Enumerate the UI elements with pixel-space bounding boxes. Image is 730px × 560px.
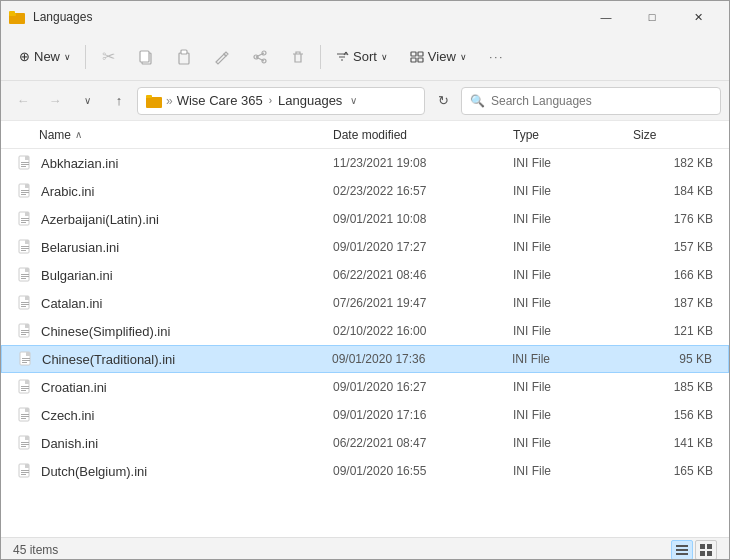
file-date-cell: 09/01/2020 16:55 [333,464,513,478]
svg-rect-52 [26,352,30,356]
path-wise-care[interactable]: Wise Care 365 [177,93,263,108]
new-chevron-icon: ∨ [64,52,71,62]
file-name-text: Danish.ini [41,436,98,451]
delete-icon [290,49,306,65]
up-button[interactable]: ↑ [105,87,133,115]
file-size-cell: 121 KB [633,324,713,338]
refresh-button[interactable]: ↻ [429,87,457,115]
table-row[interactable]: Arabic.ini 02/23/2022 16:57 INI File 184… [1,177,729,205]
paste-icon [176,49,192,65]
share-button[interactable] [242,39,278,75]
svg-rect-59 [21,388,29,389]
table-row[interactable]: Danish.ini 06/22/2021 08:47 INI File 141… [1,429,729,457]
more-button[interactable]: ··· [479,39,515,75]
table-row[interactable]: Azerbaijani(Latin).ini 09/01/2021 10:08 … [1,205,729,233]
svg-rect-58 [21,386,29,387]
table-row[interactable]: Czech.ini 09/01/2020 17:16 INI File 156 … [1,401,729,429]
back-button[interactable]: ← [9,87,37,115]
search-input[interactable] [491,94,712,108]
svg-rect-30 [21,222,26,223]
delete-button[interactable] [280,39,316,75]
ini-file-icon [17,295,33,311]
forward-button[interactable]: → [41,87,69,115]
file-name-text: Bulgarian.ini [41,268,113,283]
file-list[interactable]: Abkhazian.ini 11/23/2021 19:08 INI File … [1,149,729,537]
maximize-button[interactable]: □ [629,1,675,33]
file-size-cell: 157 KB [633,240,713,254]
table-row[interactable]: Abkhazian.ini 11/23/2021 19:08 INI File … [1,149,729,177]
path-dropdown-icon[interactable]: ∨ [350,95,357,106]
file-type-cell: INI File [512,352,632,366]
svg-rect-28 [21,218,29,219]
path-folder-icon [146,93,162,109]
file-name-cell: Belarusian.ini [17,239,333,255]
svg-rect-32 [25,240,29,244]
sort-asc-icon: ∧ [75,129,82,140]
file-name-text: Abkhazian.ini [41,156,118,171]
search-box[interactable]: 🔍 [461,87,721,115]
file-date-cell: 02/23/2022 16:57 [333,184,513,198]
col-header-size[interactable]: Size [633,128,713,142]
svg-rect-20 [21,166,26,167]
table-row[interactable]: Chinese(Simplified).ini 02/10/2022 16:00… [1,317,729,345]
file-header: Name ∧ Date modified Type Size [1,121,729,149]
minimize-button[interactable]: — [583,1,629,33]
title-bar-controls: — □ ✕ [583,1,721,33]
share-icon [252,49,268,65]
file-type-cell: INI File [513,156,633,170]
file-type-cell: INI File [513,380,633,394]
table-row[interactable]: Croatian.ini 09/01/2020 16:27 INI File 1… [1,373,729,401]
copy-icon [138,49,154,65]
status-bar: 45 items [1,537,729,560]
svg-rect-35 [21,250,26,251]
file-size-cell: 187 KB [633,296,713,310]
view-button[interactable]: View ∨ [400,39,477,75]
svg-rect-74 [21,472,29,473]
details-view-button[interactable] [671,540,693,560]
col-header-type[interactable]: Type [513,128,633,142]
recent-button[interactable]: ∨ [73,87,101,115]
col-header-name[interactable]: Name ∧ [17,128,333,142]
file-size-cell: 184 KB [633,184,713,198]
table-row[interactable]: Bulgarian.ini 06/22/2021 08:46 INI File … [1,261,729,289]
svg-rect-68 [21,442,29,443]
address-path[interactable]: » Wise Care 365 › Languages ∨ [137,87,425,115]
file-date-cell: 09/01/2020 17:16 [333,408,513,422]
new-button[interactable]: ⊕ New ∨ [9,39,81,75]
svg-rect-69 [21,444,29,445]
svg-rect-37 [25,268,29,272]
svg-rect-14 [146,97,162,108]
sort-button[interactable]: Sort ∨ [325,39,398,75]
close-button[interactable]: ✕ [675,1,721,33]
toolbar: ⊕ New ∨ ✂ [1,33,729,81]
copy-button[interactable] [128,39,164,75]
title-bar-left: Languages [9,9,92,25]
svg-rect-19 [21,164,29,165]
path-languages[interactable]: Languages [278,93,342,108]
col-header-date[interactable]: Date modified [333,128,513,142]
large-icons-view-button[interactable] [695,540,717,560]
svg-rect-53 [22,358,30,359]
svg-rect-63 [21,414,29,415]
file-type-cell: INI File [513,240,633,254]
svg-rect-22 [25,184,29,188]
file-name-cell: Croatian.ini [17,379,333,395]
svg-rect-54 [22,360,30,361]
rename-button[interactable] [204,39,240,75]
item-count: 45 items [13,543,58,557]
paste-button[interactable] [166,39,202,75]
table-row[interactable]: Chinese(Traditional).ini 09/01/2020 17:3… [1,345,729,373]
svg-rect-72 [25,464,29,468]
col-name-label: Name [39,128,71,142]
file-name-cell: Catalan.ini [17,295,333,311]
path-separator: » [166,94,173,108]
file-type-cell: INI File [513,408,633,422]
table-row[interactable]: Belarusian.ini 09/01/2020 17:27 INI File… [1,233,729,261]
svg-rect-49 [21,332,29,333]
cut-button[interactable]: ✂ [90,39,126,75]
file-name-text: Croatian.ini [41,380,107,395]
file-name-text: Czech.ini [41,408,94,423]
file-size-cell: 165 KB [633,464,713,478]
table-row[interactable]: Dutch(Belgium).ini 09/01/2020 16:55 INI … [1,457,729,485]
table-row[interactable]: Catalan.ini 07/26/2021 19:47 INI File 18… [1,289,729,317]
